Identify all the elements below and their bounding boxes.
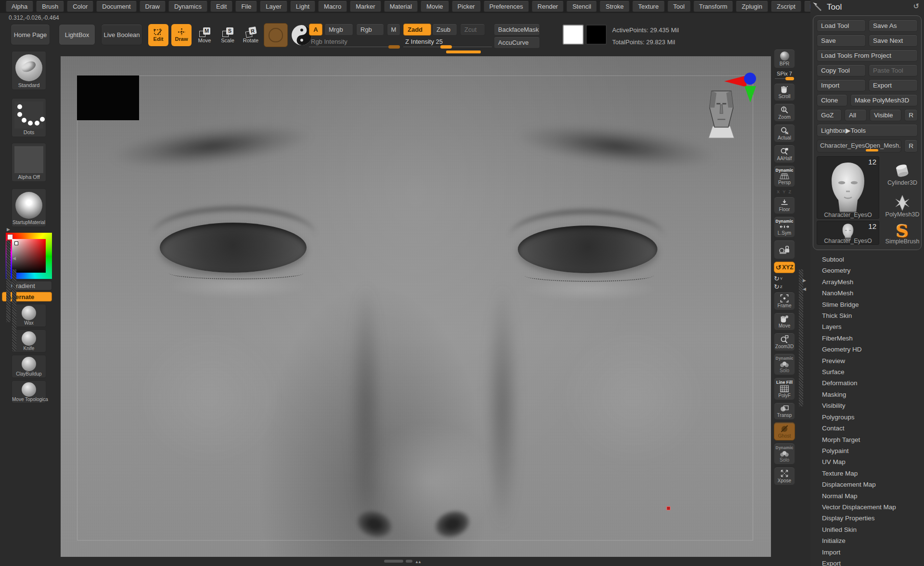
draw-mode-button[interactable]: Draw (171, 24, 192, 46)
zadd-button[interactable]: Zadd (403, 24, 431, 36)
lock-camera-button[interactable] (774, 240, 795, 259)
clone-button[interactable]: Clone (817, 94, 847, 106)
z-intensity-slider[interactable]: Z Intensity 25 (403, 37, 492, 49)
tool-section-header[interactable]: Geometry HD (810, 344, 924, 355)
save-button[interactable]: Save (817, 35, 866, 47)
canvas-hscroll-handle[interactable] (406, 560, 412, 563)
cylinder3d-tool[interactable]: Cylinder3D (882, 156, 923, 186)
tool-section-header[interactable]: Layers (810, 321, 924, 332)
goz-all-button[interactable]: All (845, 109, 867, 121)
menu-item[interactable]: Dynamics (168, 1, 207, 12)
axis-x-arrow[interactable] (724, 75, 746, 87)
lightbox-button[interactable]: LightBox (59, 24, 95, 45)
spix-track[interactable] (775, 77, 794, 81)
brush-preset[interactable]: ClayBuildup (12, 355, 46, 378)
goz-visible-button[interactable]: Visible (870, 109, 901, 121)
copy-tool-button[interactable]: Copy Tool (817, 64, 866, 76)
color-a-button[interactable]: A (309, 24, 322, 36)
accucurve-button[interactable]: AccuCurve (494, 37, 540, 49)
tool-section-header[interactable]: Geometry (810, 265, 924, 276)
menu-item[interactable]: Picker (452, 1, 481, 12)
load-tool-button[interactable]: Load Tool (817, 20, 866, 32)
tool-section-header[interactable]: Export (810, 558, 924, 566)
rotate-mode-button[interactable]: R Rotate (241, 24, 261, 46)
scroll-button[interactable]: Scroll (774, 83, 795, 101)
tool-section-header[interactable]: Masking (810, 389, 924, 400)
move-mode-button[interactable]: M Move (194, 24, 215, 46)
tool-section-header[interactable]: Contact (810, 423, 924, 434)
save-next-button[interactable]: Save Next (869, 35, 918, 47)
tool-section-header[interactable]: Normal Map (810, 491, 924, 502)
live-boolean-button[interactable]: Live Boolean (101, 24, 142, 45)
menu-item[interactable]: Light (290, 1, 315, 12)
mrgb-button[interactable]: Mrgb (324, 24, 353, 36)
menu-item[interactable]: Color (67, 1, 93, 12)
tool-name-slider-handle[interactable] (866, 149, 878, 151)
export-button[interactable]: Export (869, 79, 918, 91)
tool-section-header[interactable]: FiberMesh (810, 333, 924, 344)
tray-open-arrow[interactable]: ▶ (7, 227, 10, 232)
tray-divider-handle[interactable] (12, 269, 16, 351)
menu-item[interactable]: Document (96, 1, 136, 12)
frame-button[interactable]: Frame (774, 292, 795, 310)
tool-section-header[interactable]: Thick Skin (810, 310, 924, 321)
paste-tool-button[interactable]: Paste Tool (869, 64, 918, 76)
tool-section-header[interactable]: Import (810, 547, 924, 558)
camera-head-gizmo[interactable] (707, 85, 735, 139)
tool-section-header[interactable]: Polypaint (810, 445, 924, 456)
rotate-on-all-axis-button[interactable]: ↺ XYZ (774, 262, 795, 273)
goz-button[interactable]: GoZ (817, 109, 842, 121)
menu-item[interactable]: Layer (260, 1, 287, 12)
menu-item[interactable]: Edit (210, 1, 232, 12)
rgb-button[interactable]: Rgb (356, 24, 384, 36)
tool-section-header[interactable]: Morph Target (810, 434, 924, 445)
zoom-button[interactable]: Zoom (774, 103, 795, 122)
tool-section-header[interactable]: Surface (810, 366, 924, 377)
tool-section-header[interactable]: UV Map (810, 456, 924, 467)
tool-name-slider[interactable]: Character_EyesOpen_Mesh. (817, 139, 901, 152)
tool-section-header[interactable]: Slime Bridge (810, 299, 924, 310)
recent-tool-thumbnail[interactable]: 12 Character_EyesO (817, 221, 879, 245)
make-polymesh3d-button[interactable]: Make PolyMesh3D (850, 94, 918, 106)
tool-section-header[interactable]: Initialize (810, 535, 924, 546)
tool-name-r-button[interactable]: R (904, 139, 918, 152)
brush-preset[interactable]: Move Topologica (12, 380, 46, 403)
tool-palette-header[interactable]: Tool ↺ (810, 0, 924, 14)
axis-y-arrow[interactable] (744, 86, 756, 102)
move-canvas-button[interactable]: Move (774, 313, 795, 330)
menu-item[interactable]: Tool (667, 1, 691, 12)
home-page-button[interactable]: Home Page (11, 24, 50, 45)
axis-z-ball[interactable] (744, 73, 756, 85)
current-alpha-tile[interactable]: Alpha Off (12, 143, 46, 182)
tray-close-arrow[interactable]: ◀ (13, 256, 16, 261)
secondary-color-swatch[interactable] (586, 25, 607, 45)
goz-r-button[interactable]: R (904, 109, 918, 121)
menu-item[interactable]: Marker (350, 1, 381, 12)
tool-section-header[interactable]: ArrayMesh (810, 277, 924, 288)
zoom3d-button[interactable]: Zoom3D (774, 333, 795, 351)
menu-item[interactable]: Texture (632, 1, 665, 12)
menu-item[interactable]: Alpha (6, 1, 33, 12)
tool-section-header[interactable]: Unified Skin (810, 524, 924, 535)
rotate-y-button[interactable]: ↻Y (774, 276, 795, 281)
menu-item[interactable]: Draw (140, 1, 166, 12)
canvas-hscroll-handle[interactable] (384, 560, 403, 563)
scale-mode-button[interactable]: S Scale (218, 24, 238, 46)
sculpt-viewport[interactable] (61, 56, 771, 557)
current-material-tile[interactable]: StartupMaterial (12, 189, 46, 227)
backfacemask-button[interactable]: BackfaceMask (494, 24, 540, 36)
tool-section-header[interactable]: Displacement Map (810, 479, 924, 490)
tray-divider-handle[interactable] (6, 240, 11, 322)
tool-section-header[interactable]: Deformation (810, 377, 924, 389)
menu-item[interactable]: Render (532, 1, 564, 12)
rotate-z-button[interactable]: ↻Z (774, 284, 795, 289)
tool-section-header[interactable]: Vector Displacement Map (810, 502, 924, 513)
xpose-button[interactable]: Xpose (774, 467, 795, 485)
restore-icon[interactable]: ↺ (913, 2, 919, 11)
rgb-intensity-slider[interactable]: Rgb Intensity (309, 37, 399, 49)
menu-item[interactable]: Material (384, 1, 418, 12)
menu-item[interactable]: Stencil (566, 1, 597, 12)
menu-item[interactable]: Transform (693, 1, 733, 12)
zsub-button[interactable]: Zsub (432, 24, 457, 36)
ghost-button[interactable]: Ghost (774, 422, 795, 440)
